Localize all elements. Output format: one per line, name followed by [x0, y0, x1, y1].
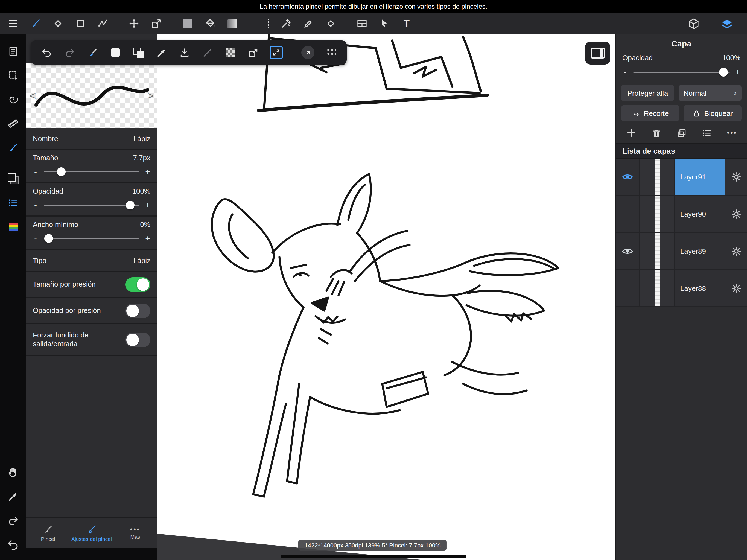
- transform-tool-button[interactable]: [147, 14, 165, 33]
- tab-pincel[interactable]: Pincel: [26, 518, 70, 548]
- blend-mode-button[interactable]: Normal ›: [679, 85, 742, 101]
- layer-thumbnail[interactable]: [640, 159, 675, 195]
- drawing-canvas[interactable]: 1422*14000px 350dpi 139% 5° Pincel: 7.7p…: [157, 34, 616, 560]
- next-brush-button[interactable]: >: [147, 90, 154, 101]
- minwidth-slider-thumb[interactable]: [44, 234, 53, 243]
- export-button[interactable]: [242, 41, 265, 65]
- opacity-by-pressure-toggle[interactable]: [125, 303, 150, 318]
- ruler-button[interactable]: [0, 111, 26, 136]
- save-button[interactable]: [173, 41, 196, 65]
- size-by-pressure-toggle[interactable]: [125, 277, 150, 292]
- color-swatch-button[interactable]: [0, 167, 26, 191]
- layer-opacity-thumb[interactable]: [719, 68, 728, 76]
- white-fill-button[interactable]: [104, 41, 127, 65]
- minwidth-slider[interactable]: [44, 238, 139, 239]
- polyline-tool-button[interactable]: [94, 14, 111, 33]
- redo-button[interactable]: [58, 41, 81, 65]
- clip-button[interactable]: Recorte: [621, 105, 679, 121]
- jump-button[interactable]: [297, 41, 319, 65]
- layer-row[interactable]: Layer91: [616, 159, 747, 196]
- undo-button[interactable]: [35, 41, 58, 65]
- tab-ajustes-del-pincel[interactable]: Ajustes del pincel: [70, 518, 113, 548]
- brush-preview[interactable]: < >: [26, 63, 157, 128]
- lock-button[interactable]: Bloquear: [684, 105, 742, 121]
- layer-settings-button[interactable]: [725, 270, 747, 306]
- prev-brush-button[interactable]: <: [29, 90, 36, 101]
- line-tool-button[interactable]: [196, 41, 219, 65]
- fill-color-swatch[interactable]: [178, 14, 196, 33]
- layer-row[interactable]: Layer89: [616, 233, 747, 270]
- eyedropper-button[interactable]: [0, 485, 26, 509]
- brush-settings-button[interactable]: [0, 136, 26, 160]
- grid-button[interactable]: [319, 41, 342, 65]
- layer-thumbnail[interactable]: [640, 196, 675, 232]
- protect-alpha-button[interactable]: Proteger alfa: [621, 85, 674, 101]
- size-minus-button[interactable]: -: [33, 167, 38, 176]
- layer-visibility-toggle[interactable]: [616, 270, 640, 306]
- layer-settings-button[interactable]: [725, 196, 747, 232]
- menu-button[interactable]: [0, 20, 26, 27]
- opacity-plus-button[interactable]: +: [145, 200, 150, 209]
- force-fade-toggle[interactable]: [125, 332, 150, 347]
- gradient-tool-button[interactable]: [223, 14, 241, 33]
- size-slider[interactable]: [44, 171, 139, 172]
- layer-opacity-plus[interactable]: +: [735, 67, 741, 77]
- layer-row[interactable]: Layer90: [616, 196, 747, 233]
- brush-list-button[interactable]: [0, 191, 26, 215]
- spiral-tool-button[interactable]: [0, 87, 26, 111]
- eye-icon: [621, 171, 633, 182]
- pointer-tool-button[interactable]: [375, 14, 393, 33]
- select-tool-button[interactable]: [0, 63, 26, 87]
- add-layer-button[interactable]: [626, 127, 637, 138]
- layer-opacity-slider[interactable]: [633, 71, 729, 73]
- select-rect-button[interactable]: [254, 14, 272, 33]
- canvas-list-button[interactable]: [0, 40, 26, 63]
- brush-tool-button[interactable]: [26, 14, 44, 33]
- layer-settings-button[interactable]: [725, 233, 747, 269]
- layers-panel-button[interactable]: [718, 14, 736, 33]
- minwidth-minus-button[interactable]: -: [33, 233, 38, 243]
- opacity-slider[interactable]: [44, 204, 139, 205]
- tab-mas[interactable]: ••• Más: [113, 518, 157, 548]
- select-pen-button[interactable]: [299, 14, 317, 33]
- layer-visibility-toggle[interactable]: [616, 159, 640, 195]
- split-view-button[interactable]: [353, 14, 371, 33]
- move-tool-button[interactable]: [125, 14, 143, 33]
- palette-button[interactable]: [0, 215, 26, 239]
- layer-visibility-toggle[interactable]: [616, 233, 640, 269]
- layer-row[interactable]: Layer88: [616, 270, 747, 307]
- stabilizer-button[interactable]: [81, 41, 104, 65]
- delete-layer-button[interactable]: [651, 128, 662, 138]
- size-slider-thumb[interactable]: [57, 167, 66, 176]
- undo-button[interactable]: [0, 533, 26, 557]
- redo-button[interactable]: [0, 509, 26, 533]
- layer-thumbnail[interactable]: [640, 270, 675, 306]
- brush-type-row[interactable]: Tipo Lápiz: [26, 250, 157, 272]
- layer-opacity-minus[interactable]: -: [622, 67, 628, 77]
- select-eraser-button[interactable]: [321, 14, 340, 33]
- texture-button[interactable]: [219, 41, 242, 65]
- eyedropper-button[interactable]: [150, 41, 173, 65]
- hide-panels-button[interactable]: [585, 42, 610, 65]
- brush-icon: [43, 525, 53, 534]
- layer-settings-button[interactable]: [725, 159, 747, 195]
- layer-visibility-toggle[interactable]: [616, 196, 640, 232]
- material-3d-button[interactable]: [685, 14, 703, 33]
- minwidth-plus-button[interactable]: +: [145, 233, 150, 243]
- shape-tool-button[interactable]: [71, 14, 89, 33]
- text-tool-button[interactable]: T: [397, 14, 416, 33]
- home-indicator[interactable]: [281, 555, 466, 558]
- hand-tool-button[interactable]: [0, 460, 26, 485]
- opacity-slider-thumb[interactable]: [126, 200, 134, 209]
- layer-list-button[interactable]: [702, 128, 712, 138]
- fullscreen-button[interactable]: [265, 41, 288, 65]
- layer-thumbnail[interactable]: [640, 233, 675, 269]
- swap-color-button[interactable]: [127, 41, 150, 65]
- magic-wand-button[interactable]: [277, 14, 295, 33]
- bucket-tool-button[interactable]: [201, 14, 219, 33]
- layer-more-button[interactable]: •••: [727, 130, 737, 136]
- eraser-tool-button[interactable]: [49, 14, 67, 33]
- size-plus-button[interactable]: +: [145, 167, 150, 176]
- opacity-minus-button[interactable]: -: [33, 200, 38, 209]
- duplicate-layer-button[interactable]: [676, 128, 687, 138]
